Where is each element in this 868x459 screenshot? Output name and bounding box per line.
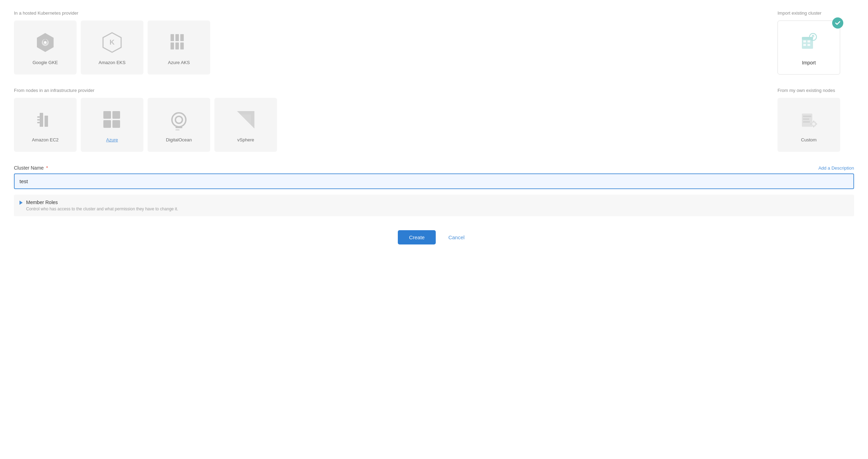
svg-rect-7 xyxy=(175,34,179,41)
svg-rect-14 xyxy=(807,40,810,42)
svg-rect-27 xyxy=(103,111,111,119)
svg-rect-10 xyxy=(175,42,179,49)
provider-card-custom[interactable]: Custom xyxy=(778,98,840,152)
create-button[interactable]: Create xyxy=(398,230,436,244)
provider-card-gke[interactable]: Google GKE xyxy=(14,21,77,75)
svg-point-3 xyxy=(44,41,47,44)
member-roles-section: Member Roles Control who has access to t… xyxy=(14,195,854,216)
vsphere-label: vSphere xyxy=(237,137,254,142)
provider-card-ec2[interactable]: Amazon EC2 xyxy=(14,98,77,152)
do-label: DigitalOcean xyxy=(166,137,192,142)
svg-text:K: K xyxy=(110,38,115,46)
svg-rect-15 xyxy=(803,44,806,46)
hosted-kubernetes-grid: Google GKE K Amazon EKS xyxy=(14,21,771,75)
svg-rect-45 xyxy=(813,126,814,127)
svg-rect-40 xyxy=(803,118,809,120)
svg-rect-8 xyxy=(180,34,184,41)
provider-card-do[interactable]: DigitalOcean xyxy=(148,98,210,152)
svg-rect-13 xyxy=(803,40,806,42)
azure-label: Azure xyxy=(106,137,118,142)
cluster-name-label: Cluster Name * xyxy=(14,165,48,171)
azure-icon xyxy=(100,107,125,132)
svg-rect-22 xyxy=(40,113,43,127)
svg-rect-33 xyxy=(175,127,182,128)
ec2-icon xyxy=(33,107,58,132)
add-description-link[interactable]: Add a Description xyxy=(818,165,854,171)
svg-point-31 xyxy=(172,113,186,127)
svg-rect-39 xyxy=(803,116,811,117)
svg-rect-24 xyxy=(37,116,40,118)
gke-label: Google GKE xyxy=(33,60,58,65)
cancel-button[interactable]: Cancel xyxy=(443,230,470,244)
svg-rect-29 xyxy=(103,120,111,128)
svg-rect-26 xyxy=(37,122,40,123)
aks-label: Azure AKS xyxy=(168,60,190,65)
provider-card-import[interactable]: Import xyxy=(778,21,840,75)
svg-rect-46 xyxy=(810,124,812,124)
custom-icon xyxy=(796,107,821,132)
import-label: Import existing cluster xyxy=(778,10,854,16)
svg-rect-47 xyxy=(816,124,817,124)
provider-card-vsphere[interactable]: vSphere xyxy=(214,98,277,152)
import-icon xyxy=(796,30,821,55)
aks-icon xyxy=(166,30,191,55)
eks-icon: K xyxy=(100,30,125,55)
provider-card-eks[interactable]: K Amazon EKS xyxy=(81,21,143,75)
svg-rect-25 xyxy=(37,119,40,120)
svg-point-32 xyxy=(175,116,182,123)
member-roles-description: Control who has access to the cluster an… xyxy=(26,207,178,211)
cluster-name-input[interactable] xyxy=(14,173,854,189)
do-icon xyxy=(166,107,191,132)
svg-rect-41 xyxy=(803,121,810,123)
svg-rect-6 xyxy=(171,34,174,41)
svg-rect-34 xyxy=(175,130,180,130)
selected-checkmark xyxy=(832,17,843,29)
required-marker: * xyxy=(45,165,48,171)
svg-point-43 xyxy=(812,123,815,125)
action-buttons: Create Cancel xyxy=(14,227,854,244)
svg-rect-11 xyxy=(180,42,184,49)
eks-label: Amazon EKS xyxy=(98,60,125,65)
svg-rect-23 xyxy=(45,116,48,127)
svg-marker-37 xyxy=(240,115,251,125)
provider-card-azure[interactable]: Azure xyxy=(81,98,143,152)
svg-rect-16 xyxy=(807,44,810,46)
svg-rect-30 xyxy=(112,120,120,128)
svg-rect-38 xyxy=(802,114,812,127)
infrastructure-label: From nodes in an infrastructure provider xyxy=(14,88,771,93)
svg-rect-9 xyxy=(171,42,174,49)
provider-card-aks[interactable]: Azure AKS xyxy=(148,21,210,75)
import-card-label: Import xyxy=(802,60,816,65)
vsphere-icon xyxy=(233,107,258,132)
existing-nodes-label: From my own existing nodes xyxy=(778,88,854,93)
hosted-kubernetes-label: In a hosted Kubernetes provider xyxy=(14,10,771,16)
infrastructure-grid: Amazon EC2 Azure xyxy=(14,98,771,152)
member-roles-title: Member Roles xyxy=(26,200,178,205)
ec2-label: Amazon EC2 xyxy=(32,137,59,142)
custom-label: Custom xyxy=(801,137,817,142)
gke-icon xyxy=(33,30,58,55)
cluster-name-section: Cluster Name * Add a Description xyxy=(14,165,854,189)
member-roles-toggle[interactable] xyxy=(19,201,23,205)
svg-rect-44 xyxy=(813,120,814,122)
svg-rect-17 xyxy=(802,37,813,40)
svg-rect-28 xyxy=(112,111,120,119)
